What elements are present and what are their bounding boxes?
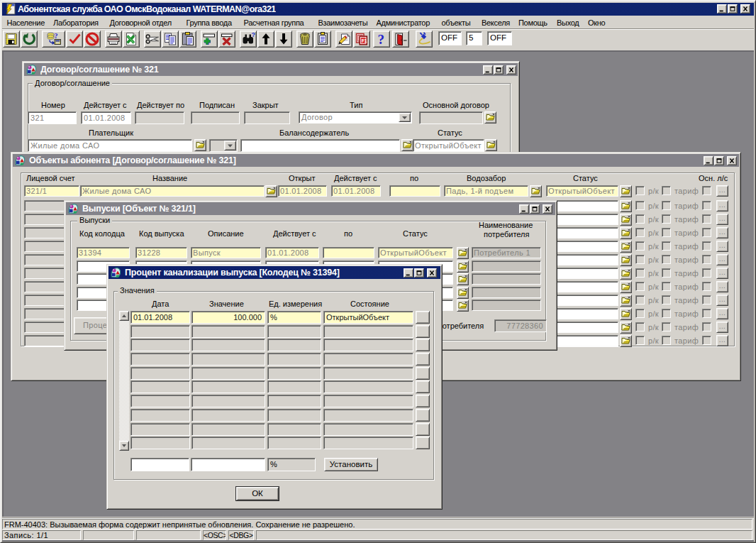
svg-text:?: ? [54,32,57,40]
svg-text:F1: F1 [362,38,367,43]
svg-text:?: ? [378,32,385,47]
svg-text:?: ? [252,31,256,38]
